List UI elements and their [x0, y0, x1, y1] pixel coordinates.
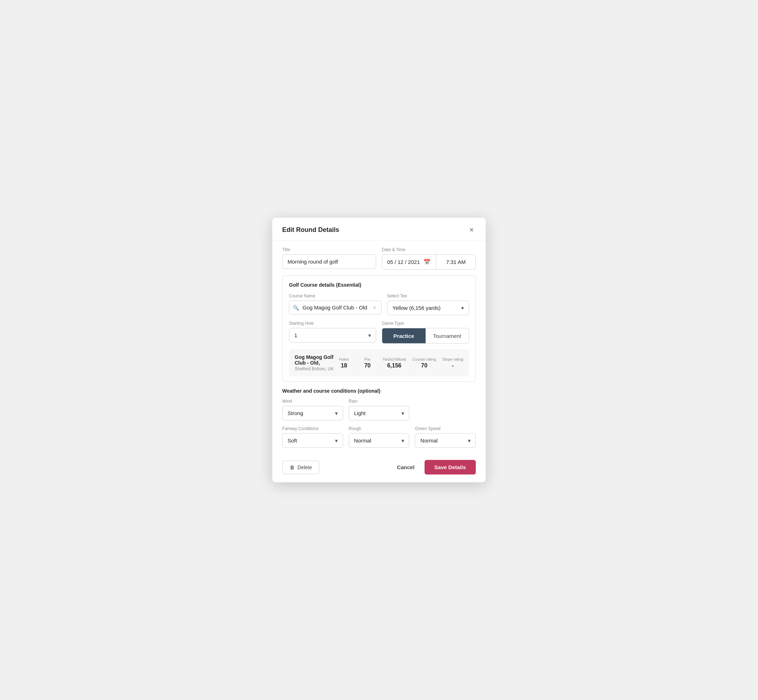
delete-label: Delete [298, 464, 312, 470]
starting-hole-game-type-row: Starting Hole 1 ▼ Game Type Practice Tou… [289, 321, 469, 344]
fairway-label: Fairway Conditions [282, 426, 343, 431]
stat-slope-rating-value: - [442, 362, 464, 369]
wind-rain-row: Wind Strong Light Moderate Calm ▼ Rain [282, 399, 476, 420]
tournament-button[interactable]: Tournament [426, 328, 469, 343]
green-speed-dropdown[interactable]: Normal Fast Slow [415, 433, 476, 448]
modal-header: Edit Round Details × [272, 218, 486, 241]
rough-dropdown[interactable]: Normal Thick Light [349, 433, 410, 448]
fairway-col: Fairway Conditions Soft Normal Hard ▼ [282, 426, 343, 448]
modal-title: Edit Round Details [282, 226, 339, 234]
fairway-dropdown[interactable]: Soft Normal Hard [282, 433, 343, 448]
course-name-tee-row: Course Name 🔍 × Select Tee Yellow (6,156… [289, 294, 469, 315]
delete-button[interactable]: 🗑 Delete [282, 461, 319, 474]
modal-body: Title Date & Time 05 / 12 / 2021 📅 7:31 … [272, 241, 486, 448]
game-type-col: Game Type Practice Tournament [382, 321, 469, 344]
course-name-col: Course Name 🔍 × [289, 294, 382, 315]
date-value: 05 / 12 / 2021 [387, 259, 420, 265]
close-button[interactable]: × [467, 225, 476, 234]
fairway-wrap: Soft Normal Hard ▼ [282, 433, 343, 448]
course-name-search-wrap: 🔍 × [289, 300, 382, 314]
practice-button[interactable]: Practice [382, 328, 426, 343]
stat-slope-rating: Slope rating - [442, 357, 464, 369]
rough-label: Rough [349, 426, 410, 431]
game-type-toggle: Practice Tournament [382, 328, 469, 344]
stat-par-value: 70 [359, 362, 376, 369]
datetime-col: Date & Time 05 / 12 / 2021 📅 7:31 AM [382, 247, 476, 270]
wind-wrap: Strong Light Moderate Calm ▼ [282, 406, 343, 420]
stat-course-rating: Course rating 70 [412, 357, 436, 369]
stat-yards: Yards(Yellow) 6,156 [382, 357, 406, 369]
save-button[interactable]: Save Details [424, 460, 476, 475]
date-time-group: 05 / 12 / 2021 📅 7:31 AM [382, 254, 476, 270]
stat-course-rating-value: 70 [412, 362, 436, 369]
course-name-clear-button[interactable]: × [371, 304, 377, 311]
starting-hole-label: Starting Hole [289, 321, 376, 326]
rough-wrap: Normal Thick Light ▼ [349, 433, 410, 448]
title-col: Title [282, 247, 376, 270]
search-icon: 🔍 [293, 305, 299, 311]
course-name-label: Course Name [289, 294, 382, 298]
cancel-button[interactable]: Cancel [393, 461, 418, 474]
course-info-box: Gog Magog Golf Club - Old, Shelford Bott… [289, 349, 469, 376]
weather-title: Weather and course conditions (optional) [282, 388, 476, 394]
course-info-name: Gog Magog Golf Club - Old, Shelford Bott… [294, 354, 335, 371]
title-label: Title [282, 247, 376, 252]
stat-slope-rating-label: Slope rating [442, 357, 464, 361]
stat-holes-label: Holes [335, 357, 353, 361]
wind-dropdown[interactable]: Strong Light Moderate Calm [282, 406, 343, 420]
rain-label: Rain [349, 399, 410, 404]
edit-round-modal: Edit Round Details × Title Date & Time 0… [272, 218, 486, 482]
stat-par: Par 70 [359, 357, 376, 369]
select-tee-col: Select Tee Yellow (6,156 yards) ▼ [387, 294, 469, 315]
rain-dropdown[interactable]: Light None Heavy [349, 406, 410, 420]
datetime-label: Date & Time [382, 247, 476, 252]
title-input[interactable] [282, 254, 376, 269]
course-stats: Holes 18 Par 70 Yards(Yellow) 6,156 Cour… [335, 357, 464, 369]
course-info-name-text: Gog Magog Golf Club - Old, [294, 354, 335, 366]
stat-holes: Holes 18 [335, 357, 353, 369]
rough-col: Rough Normal Thick Light ▼ [349, 426, 410, 448]
stat-yards-label: Yards(Yellow) [382, 357, 406, 361]
course-section-title: Golf Course details (Essential) [289, 282, 469, 288]
starting-hole-col: Starting Hole 1 ▼ [289, 321, 376, 344]
footer-right: Cancel Save Details [393, 460, 476, 475]
select-tee-wrap: Yellow (6,156 yards) ▼ [387, 300, 469, 315]
course-section: Golf Course details (Essential) Course N… [282, 275, 476, 382]
time-part[interactable]: 7:31 AM [436, 255, 475, 269]
title-datetime-row: Title Date & Time 05 / 12 / 2021 📅 7:31 … [282, 247, 476, 270]
green-speed-col: Green Speed Normal Fast Slow ▼ [415, 426, 476, 448]
stat-par-label: Par [359, 357, 376, 361]
course-info-location: Shelford Bottom, UK [294, 366, 335, 371]
wind-col: Wind Strong Light Moderate Calm ▼ [282, 399, 343, 420]
select-tee-label: Select Tee [387, 294, 469, 298]
stat-yards-value: 6,156 [382, 362, 406, 369]
rain-col: Rain Light None Heavy ▼ [349, 399, 410, 420]
wind-label: Wind [282, 399, 343, 404]
trash-icon: 🗑 [290, 464, 294, 470]
stat-course-rating-label: Course rating [412, 357, 436, 361]
starting-hole-wrap: 1 ▼ [289, 328, 376, 342]
weather-section: Weather and course conditions (optional)… [282, 388, 476, 448]
date-part[interactable]: 05 / 12 / 2021 📅 [382, 255, 436, 269]
game-type-label: Game Type [382, 321, 469, 326]
calendar-icon: 📅 [423, 259, 431, 266]
green-speed-wrap: Normal Fast Slow ▼ [415, 433, 476, 448]
green-speed-label: Green Speed [415, 426, 476, 431]
starting-hole-dropdown[interactable]: 1 [289, 328, 376, 342]
rain-wrap: Light None Heavy ▼ [349, 406, 410, 420]
select-tee-dropdown[interactable]: Yellow (6,156 yards) [387, 300, 469, 315]
modal-footer: 🗑 Delete Cancel Save Details [272, 453, 486, 482]
fairway-rough-green-row: Fairway Conditions Soft Normal Hard ▼ Ro… [282, 426, 476, 448]
time-value: 7:31 AM [446, 259, 465, 265]
stat-holes-value: 18 [335, 362, 353, 369]
course-name-input[interactable] [301, 301, 371, 314]
